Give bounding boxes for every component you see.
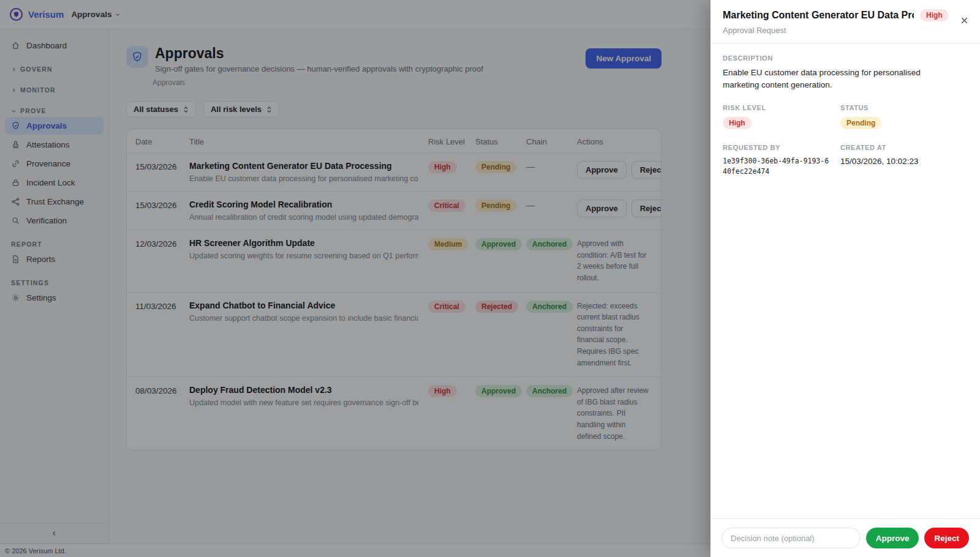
drawer-body: DESCRIPTION Enable EU customer data proc… <box>710 43 980 518</box>
decision-note-input[interactable] <box>722 528 861 548</box>
description-label: DESCRIPTION <box>723 54 968 62</box>
risk-level-label: RISK LEVEL <box>723 104 840 111</box>
created-at-label: CREATED AT <box>840 144 968 151</box>
drawer-footer: Approve Reject <box>710 518 980 557</box>
close-icon[interactable] <box>960 16 969 25</box>
description-text: Enable EU customer data processing for p… <box>723 67 946 92</box>
requested-by-label: REQUESTED BY <box>723 144 840 151</box>
reject-button[interactable]: Reject <box>924 528 969 548</box>
approve-button[interactable]: Approve <box>866 528 919 548</box>
requested-by-value: 1e39f300-36eb-49fa-9193-640fec22e474 <box>723 156 831 178</box>
drawer-subtitle: Approval Request <box>723 26 968 35</box>
status-label: STATUS <box>840 104 968 111</box>
approval-detail-drawer: Marketing Content Generator EU Data Proc… <box>710 0 980 557</box>
drawer-header: Marketing Content Generator EU Data Proc… <box>710 0 980 43</box>
created-at-value: 15/03/2026, 10:02:23 <box>840 157 968 166</box>
risk-badge: High <box>920 9 949 21</box>
drawer-title: Marketing Content Generator EU Data Proc… <box>723 10 914 21</box>
risk-badge: High <box>723 117 752 129</box>
status-badge: Pending <box>840 117 881 129</box>
